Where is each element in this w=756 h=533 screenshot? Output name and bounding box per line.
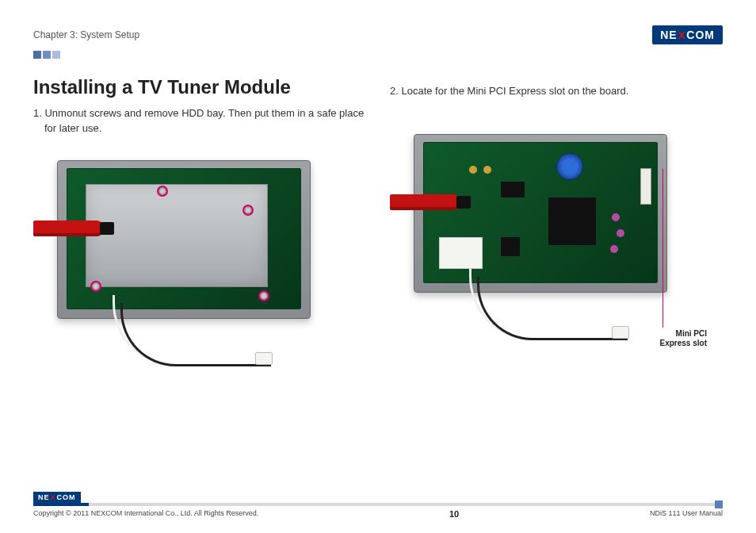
power-connector bbox=[612, 326, 629, 339]
capacitor bbox=[610, 245, 618, 253]
callout-text-line1: Mini PCI bbox=[676, 329, 707, 338]
screw-highlight-icon bbox=[157, 186, 168, 197]
capacitor bbox=[612, 213, 620, 221]
page-footer: NE X COM Copyright © 2011 NEXCOM Interna… bbox=[33, 503, 723, 519]
brand-text-right: COM bbox=[686, 29, 715, 41]
brand-text-x: X bbox=[678, 29, 686, 41]
mini-pci-callout-label: Mini PCI Express slot bbox=[628, 329, 707, 349]
footer-brand-logo: NE X COM bbox=[33, 492, 81, 503]
left-column: Installing a TV Tuner Module 1. Unmonut … bbox=[33, 76, 366, 382]
capacitor bbox=[483, 166, 491, 174]
step-1-text: 1. Unmonut screws and remove HDD bay. Th… bbox=[33, 106, 366, 136]
footer-row: Copyright © 2011 NEXCOM International Co… bbox=[33, 509, 723, 519]
page-number: 10 bbox=[449, 509, 459, 519]
step-2-text: 2. Locate for the Mini PCI Express slot … bbox=[390, 84, 723, 99]
page-header: Chapter 3: System Setup NE X COM bbox=[33, 24, 723, 46]
mini-pci-express-slot bbox=[640, 168, 651, 205]
figure-step-1 bbox=[33, 144, 350, 382]
hdd-bay bbox=[86, 184, 268, 287]
ic-chip bbox=[501, 182, 525, 197]
callout-text-line2: Express slot bbox=[660, 339, 707, 347]
section-title: Installing a TV Tuner Module bbox=[33, 76, 366, 98]
brand-text-left: NE bbox=[38, 493, 50, 501]
cpu-chip bbox=[548, 197, 596, 245]
brand-logo: NE X COM bbox=[652, 25, 723, 44]
footer-divider bbox=[33, 503, 723, 506]
brand-text-right: COM bbox=[57, 493, 76, 501]
ic-chip bbox=[501, 237, 520, 256]
capacitor bbox=[617, 229, 624, 237]
cmos-battery bbox=[556, 153, 583, 180]
sata-cable bbox=[390, 194, 460, 210]
screw-highlight-icon bbox=[90, 281, 101, 292]
callout-line bbox=[662, 169, 663, 328]
power-connector bbox=[255, 352, 273, 365]
document-name: NDiS 111 User Manual bbox=[650, 509, 723, 519]
content-area: Installing a TV Tuner Module 1. Unmonut … bbox=[33, 76, 723, 382]
figure-step-2: Mini PCI Express slot bbox=[390, 118, 707, 356]
header-squares-decoration bbox=[33, 51, 723, 59]
board-label-sticker bbox=[439, 237, 483, 269]
screw-highlight-icon bbox=[242, 205, 254, 216]
chapter-title: Chapter 3: System Setup bbox=[33, 29, 139, 40]
brand-text-x: X bbox=[51, 493, 56, 501]
copyright-text: Copyright © 2011 NEXCOM International Co… bbox=[33, 509, 258, 519]
brand-text-left: NE bbox=[660, 29, 677, 41]
right-column: 2. Locate for the Mini PCI Express slot … bbox=[390, 76, 723, 382]
sata-cable bbox=[33, 220, 103, 236]
capacitor bbox=[469, 166, 477, 174]
